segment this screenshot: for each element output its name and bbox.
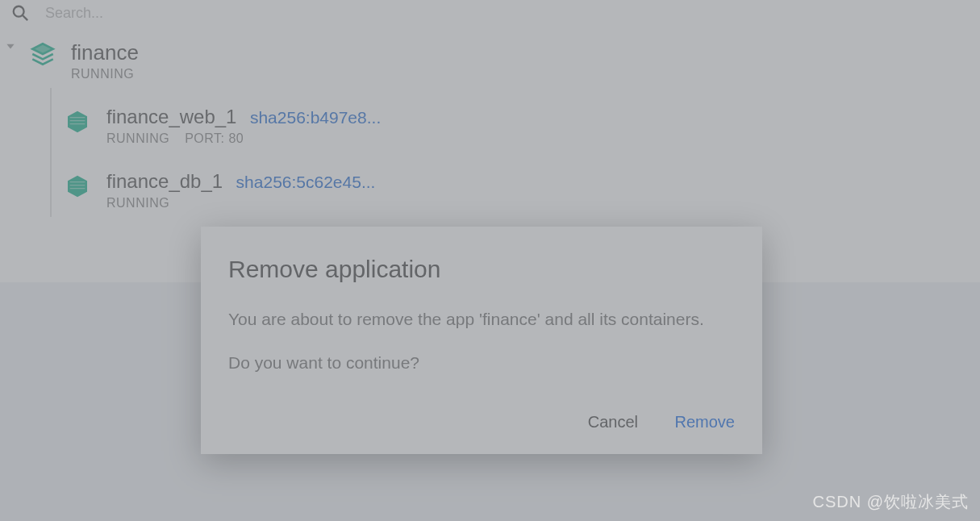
modal-overlay[interactable]	[0, 0, 980, 521]
watermark: CSDN @饮啦冰美式	[812, 491, 969, 513]
